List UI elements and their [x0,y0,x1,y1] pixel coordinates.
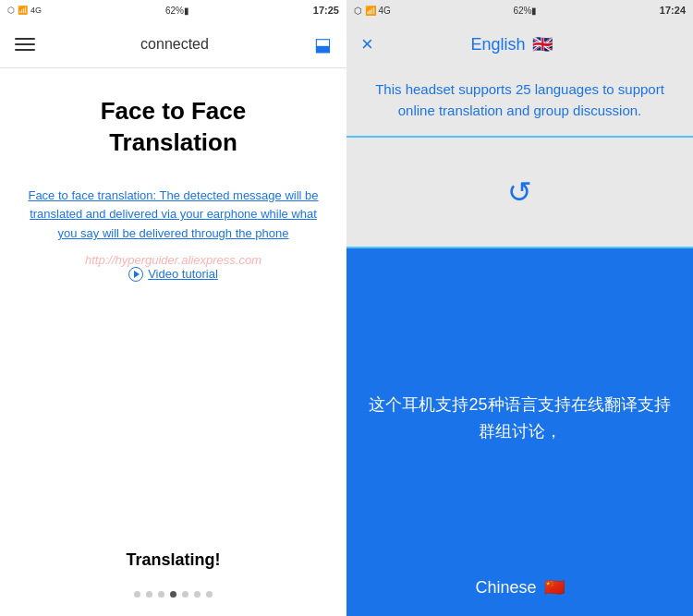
dots-indicator [0,580,346,609]
top-description: This headset supports 25 languages to su… [365,79,675,121]
bottom-section: 这个耳机支持25种语言支持在线翻译支持群组讨论， Chinese 🇨🇳 [346,248,693,616]
right-header: × English 🇬🇧 [346,20,693,68]
video-tutorial-label: Video tutorial [148,267,218,281]
bluetooth-icon: ⬓ [314,33,332,55]
refresh-icon[interactable]: ↺ [507,175,532,210]
right-battery: 62%▮ [513,6,537,16]
connection-status: connected [140,36,209,53]
close-icon[interactable]: × [361,32,373,56]
left-status-icons: ⬡ 📶 4G [7,6,42,15]
translating-label: Translating! [126,550,220,570]
play-triangle-icon [134,271,140,278]
chinese-flag-icon: 🇨🇳 [544,577,565,598]
right-bluetooth-status: ⬡ [354,6,362,16]
video-tutorial-link[interactable]: Video tutorial [128,267,218,282]
dot-6 [194,591,201,598]
left-header: connected ⬓ [0,20,346,68]
left-time: 17:25 [313,5,339,16]
flag-icon: 🇬🇧 [532,34,553,54]
face-to-face-title: Face to FaceTranslation [101,96,247,159]
play-circle-icon [128,267,143,282]
left-bluetooth-status: ⬡ [7,6,15,15]
right-wifi-icon: 📶 [365,6,376,16]
dot-7 [206,591,213,598]
top-section: This headset supports 25 languages to su… [346,68,693,138]
right-status-bar: ⬡ 📶 4G 62%▮ 17:24 [346,0,693,20]
dot-5 [182,591,188,598]
language-selector[interactable]: English 🇬🇧 [470,34,553,54]
left-wifi-icon: 📶 [18,6,28,15]
watermark: http://hyperguider.aliexpress.com [0,253,346,267]
dot-4-active [170,591,176,598]
language-label: English [470,35,525,54]
right-status-icons: ⬡ 📶 4G [354,6,391,16]
face-to-face-description: Face to face translation: The detected m… [18,187,328,244]
left-content: Face to FaceTranslation Face to face tra… [0,68,346,616]
chinese-label: Chinese [475,578,536,598]
dot-3 [158,591,164,598]
left-status-bar: ⬡ 📶 4G 62%▮ 17:25 [0,0,346,20]
chinese-footer: Chinese 🇨🇳 [346,577,693,598]
left-panel: ⬡ 📶 4G 62%▮ 17:25 connected ⬓ Face to Fa… [0,0,346,616]
right-signal: 4G [379,6,391,16]
chinese-description: 这个耳机支持25种语言支持在线翻译支持群组讨论， [346,392,693,445]
middle-section: ↺ [346,138,693,248]
right-time: 17:24 [660,5,686,16]
right-panel: ⬡ 📶 4G 62%▮ 17:24 × English 🇬🇧 This head… [346,0,693,616]
dot-1 [134,591,140,598]
left-battery: 62%▮ [165,6,189,16]
hamburger-menu-icon[interactable] [15,38,35,51]
dot-2 [146,591,152,598]
left-signal: 4G [30,6,42,15]
